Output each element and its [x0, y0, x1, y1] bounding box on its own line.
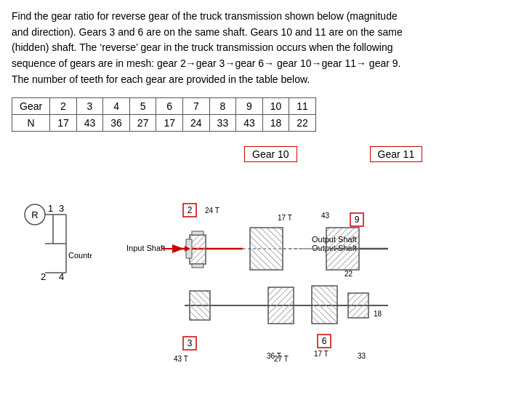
problem-line1: Find the gear ratio for reverse gear of … — [12, 10, 398, 22]
table-cell-17b: 17 — [156, 115, 183, 132]
svg-text:Output Shaft: Output Shaft — [312, 235, 357, 244]
problem-line2: and direction). Gears 3 and 6 are on the… — [12, 26, 403, 38]
gear11-label-box: Gear 11 — [370, 146, 423, 162]
table-header-4: 4 — [103, 98, 130, 115]
table-header-7: 7 — [183, 98, 210, 115]
table-row-n-label: N — [12, 115, 50, 132]
gear11-label: Gear 11 — [378, 148, 415, 160]
table-cell-22: 22 — [289, 115, 316, 132]
svg-text:2: 2 — [188, 205, 193, 215]
svg-text:6: 6 — [322, 336, 327, 346]
table-header-2: 2 — [50, 98, 77, 115]
table-header-gear: Gear — [12, 98, 50, 115]
table-cell-36: 36 — [103, 115, 130, 132]
svg-rect-48 — [348, 293, 368, 318]
svg-text:27 T: 27 T — [274, 355, 289, 363]
svg-text:24 T: 24 T — [205, 207, 219, 215]
table-header-6: 6 — [156, 98, 183, 115]
problem-line5: The number of teeth for each gear are pr… — [12, 73, 310, 85]
svg-rect-31 — [250, 228, 283, 270]
svg-rect-29 — [268, 287, 294, 324]
gear10-label-box: Gear 10 — [244, 146, 297, 162]
gear10-label: Gear 10 — [252, 148, 289, 160]
svg-text:22: 22 — [344, 270, 353, 278]
svg-text:1: 1 — [48, 203, 53, 214]
table-header-5: 5 — [129, 98, 156, 115]
input-shaft-label: Input Shaft — [126, 244, 165, 252]
svg-rect-51 — [192, 264, 203, 268]
table-cell-27: 27 — [129, 115, 156, 132]
transmission-diagram: Input Shaft Output Shaft — [97, 164, 410, 377]
svg-rect-33 — [326, 228, 359, 270]
svg-text:3: 3 — [59, 203, 64, 214]
svg-text:2: 2 — [41, 271, 46, 282]
svg-text:43 T: 43 T — [174, 355, 188, 363]
table-cell-43: 43 — [76, 115, 103, 132]
table-cell-18: 18 — [262, 115, 289, 132]
svg-text:3: 3 — [188, 338, 193, 348]
main-diagram: R 1 3 2 4 Countershaft — [19, 164, 410, 377]
table-cell-43b: 43 — [236, 115, 263, 132]
table-cell-17: 17 — [50, 115, 77, 132]
problem-line4: sequence of gears are in mesh: gear 2→ge… — [12, 57, 400, 69]
gear-labels-row: Gear 10 Gear 11 — [244, 146, 422, 162]
table-cell-33: 33 — [209, 115, 236, 132]
transmission-svg: Input Shaft Output Shaft — [97, 164, 410, 375]
svg-text:33: 33 — [358, 352, 366, 360]
svg-text:9: 9 — [355, 215, 360, 225]
svg-text:17 T: 17 T — [278, 214, 292, 222]
svg-text:17 T: 17 T — [314, 350, 329, 358]
table-cell-24: 24 — [183, 115, 210, 132]
table-header-9: 9 — [236, 98, 263, 115]
svg-text:43: 43 — [321, 212, 330, 220]
svg-rect-38 — [312, 286, 337, 324]
selector-svg: R 1 3 2 4 Countershaft — [19, 185, 92, 302]
gear-selector-schematic: R 1 3 2 4 Countershaft — [19, 185, 92, 302]
table-header-10: 10 — [262, 98, 289, 115]
problem-description: Find the gear ratio for reverse gear of … — [12, 9, 520, 87]
svg-text:R: R — [31, 209, 38, 220]
svg-text:18: 18 — [374, 310, 382, 318]
table-header-3: 3 — [76, 98, 103, 115]
svg-text:4: 4 — [59, 271, 64, 282]
problem-line3: (hidden) shaft. The ‘reverse’ gear in th… — [12, 41, 392, 53]
table-header-8: 8 — [209, 98, 236, 115]
svg-rect-50 — [192, 231, 203, 235]
gear-table: Gear 2 3 4 5 6 7 8 9 10 11 N 17 43 36 27… — [12, 97, 316, 132]
svg-text:Countershaft: Countershaft — [68, 251, 92, 260]
table-header-11: 11 — [289, 98, 316, 115]
svg-rect-25 — [190, 291, 210, 320]
diagram-area: Gear 10 Gear 11 R 1 3 — [19, 146, 520, 377]
